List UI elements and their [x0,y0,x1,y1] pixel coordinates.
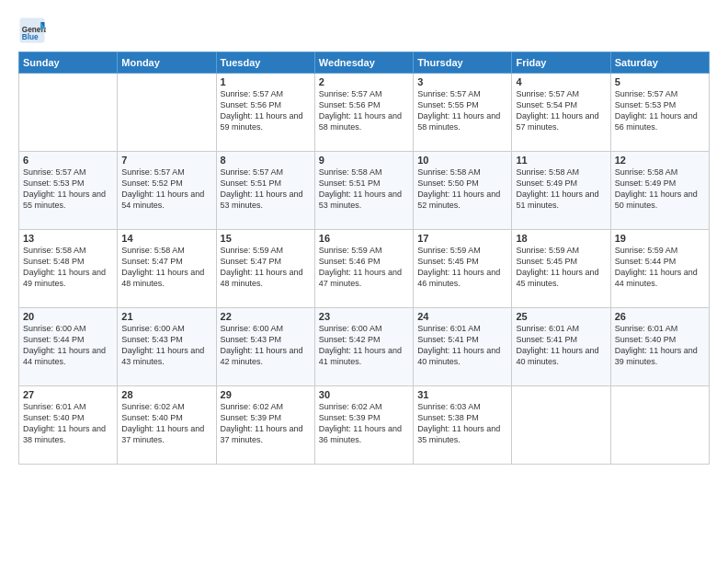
day-number: 20 [23,311,113,322]
cell-info: Sunrise: 6:01 AM Sunset: 5:40 PM Dayligh… [23,401,113,446]
day-number: 1 [221,76,311,87]
calendar-table: SundayMondayTuesdayWednesdayThursdayFrid… [18,52,710,465]
calendar-cell: 18Sunrise: 5:59 AM Sunset: 5:45 PM Dayli… [512,230,610,308]
day-number: 10 [417,155,507,166]
cell-info: Sunrise: 6:01 AM Sunset: 5:41 PM Dayligh… [417,323,507,368]
calendar-cell [19,74,118,152]
calendar-cell [610,386,709,465]
calendar-cell: 21Sunrise: 6:00 AM Sunset: 5:43 PM Dayli… [118,308,216,386]
calendar-cell: 23Sunrise: 6:00 AM Sunset: 5:42 PM Dayli… [314,308,413,386]
cell-info: Sunrise: 5:58 AM Sunset: 5:48 PM Dayligh… [23,245,113,290]
calendar-cell [512,386,610,465]
week-row-3: 13Sunrise: 5:58 AM Sunset: 5:48 PM Dayli… [19,230,710,308]
cell-info: Sunrise: 5:57 AM Sunset: 5:54 PM Dayligh… [516,88,606,133]
calendar-body: 1Sunrise: 5:57 AM Sunset: 5:56 PM Daylig… [19,74,710,465]
week-row-1: 1Sunrise: 5:57 AM Sunset: 5:56 PM Daylig… [19,74,710,152]
day-number: 14 [121,233,211,244]
day-number: 18 [516,233,606,244]
cell-info: Sunrise: 5:59 AM Sunset: 5:44 PM Dayligh… [615,245,705,290]
calendar-cell: 10Sunrise: 5:58 AM Sunset: 5:50 PM Dayli… [414,152,512,230]
cell-info: Sunrise: 6:01 AM Sunset: 5:41 PM Dayligh… [516,323,606,368]
calendar-cell: 24Sunrise: 6:01 AM Sunset: 5:41 PM Dayli… [414,308,512,386]
cell-info: Sunrise: 5:59 AM Sunset: 5:46 PM Dayligh… [319,245,409,290]
day-number: 7 [121,155,211,166]
day-number: 19 [615,233,705,244]
day-number: 17 [417,233,507,244]
cell-info: Sunrise: 6:00 AM Sunset: 5:44 PM Dayligh… [23,323,113,368]
day-number: 23 [319,311,409,322]
day-number: 22 [221,311,311,322]
calendar-cell: 25Sunrise: 6:01 AM Sunset: 5:41 PM Dayli… [512,308,610,386]
calendar-cell: 28Sunrise: 6:02 AM Sunset: 5:40 PM Dayli… [118,386,216,465]
calendar-cell: 26Sunrise: 6:01 AM Sunset: 5:40 PM Dayli… [610,308,709,386]
day-number: 2 [319,76,409,87]
day-number: 21 [121,311,211,322]
calendar-cell: 27Sunrise: 6:01 AM Sunset: 5:40 PM Dayli… [19,386,118,465]
calendar-cell: 3Sunrise: 5:57 AM Sunset: 5:55 PM Daylig… [414,74,512,152]
day-number: 13 [23,233,113,244]
cell-info: Sunrise: 6:00 AM Sunset: 5:43 PM Dayligh… [121,323,211,368]
week-row-2: 6Sunrise: 5:57 AM Sunset: 5:53 PM Daylig… [19,152,710,230]
calendar-cell: 1Sunrise: 5:57 AM Sunset: 5:56 PM Daylig… [216,74,314,152]
calendar-cell: 5Sunrise: 5:57 AM Sunset: 5:53 PM Daylig… [610,74,709,152]
calendar-cell: 31Sunrise: 6:03 AM Sunset: 5:38 PM Dayli… [414,386,512,465]
calendar-cell: 4Sunrise: 5:57 AM Sunset: 5:54 PM Daylig… [512,74,610,152]
logo-icon: General Blue [18,17,46,44]
svg-text:Blue: Blue [22,33,39,41]
cell-info: Sunrise: 5:58 AM Sunset: 5:49 PM Dayligh… [615,167,705,212]
calendar-cell [118,74,216,152]
page: General Blue SundayMondayTuesdayWednesda… [0,0,728,563]
day-number: 3 [417,76,507,87]
cell-info: Sunrise: 5:57 AM Sunset: 5:55 PM Dayligh… [417,88,507,133]
cell-info: Sunrise: 5:57 AM Sunset: 5:52 PM Dayligh… [121,167,211,212]
calendar-cell: 29Sunrise: 6:02 AM Sunset: 5:39 PM Dayli… [216,386,314,465]
weekday-header-saturday: Saturday [610,52,709,74]
calendar-cell: 9Sunrise: 5:58 AM Sunset: 5:51 PM Daylig… [314,152,413,230]
calendar-cell: 11Sunrise: 5:58 AM Sunset: 5:49 PM Dayli… [512,152,610,230]
cell-info: Sunrise: 5:59 AM Sunset: 5:45 PM Dayligh… [417,245,507,290]
day-number: 25 [516,311,606,322]
cell-info: Sunrise: 6:02 AM Sunset: 5:39 PM Dayligh… [221,401,311,446]
weekday-header-tuesday: Tuesday [216,52,314,74]
calendar-cell: 12Sunrise: 5:58 AM Sunset: 5:49 PM Dayli… [610,152,709,230]
day-number: 31 [417,389,507,400]
weekday-header-wednesday: Wednesday [314,52,413,74]
week-row-5: 27Sunrise: 6:01 AM Sunset: 5:40 PM Dayli… [19,386,710,465]
day-number: 12 [615,155,705,166]
cell-info: Sunrise: 6:00 AM Sunset: 5:42 PM Dayligh… [319,323,409,368]
calendar-cell: 30Sunrise: 6:02 AM Sunset: 5:39 PM Dayli… [314,386,413,465]
calendar-cell: 6Sunrise: 5:57 AM Sunset: 5:53 PM Daylig… [19,152,118,230]
weekday-header-thursday: Thursday [414,52,512,74]
cell-info: Sunrise: 6:02 AM Sunset: 5:40 PM Dayligh… [121,401,211,446]
header: General Blue [18,17,710,44]
logo: General Blue [18,17,48,44]
cell-info: Sunrise: 5:57 AM Sunset: 5:56 PM Dayligh… [319,88,409,133]
day-number: 24 [417,311,507,322]
day-number: 16 [319,233,409,244]
cell-info: Sunrise: 6:00 AM Sunset: 5:43 PM Dayligh… [221,323,311,368]
weekday-header-monday: Monday [118,52,216,74]
cell-info: Sunrise: 5:57 AM Sunset: 5:53 PM Dayligh… [23,167,113,212]
calendar-header: SundayMondayTuesdayWednesdayThursdayFrid… [19,52,710,74]
day-number: 4 [516,76,606,87]
day-number: 30 [319,389,409,400]
calendar-cell: 2Sunrise: 5:57 AM Sunset: 5:56 PM Daylig… [314,74,413,152]
cell-info: Sunrise: 5:58 AM Sunset: 5:51 PM Dayligh… [319,167,409,212]
calendar-cell: 14Sunrise: 5:58 AM Sunset: 5:47 PM Dayli… [118,230,216,308]
weekday-header-friday: Friday [512,52,610,74]
calendar-cell: 19Sunrise: 5:59 AM Sunset: 5:44 PM Dayli… [610,230,709,308]
calendar-cell: 7Sunrise: 5:57 AM Sunset: 5:52 PM Daylig… [118,152,216,230]
day-number: 11 [516,155,606,166]
day-number: 9 [319,155,409,166]
cell-info: Sunrise: 5:59 AM Sunset: 5:45 PM Dayligh… [516,245,606,290]
day-number: 6 [23,155,113,166]
calendar-cell: 17Sunrise: 5:59 AM Sunset: 5:45 PM Dayli… [414,230,512,308]
day-number: 15 [221,233,311,244]
day-number: 26 [615,311,705,322]
cell-info: Sunrise: 6:02 AM Sunset: 5:39 PM Dayligh… [319,401,409,446]
calendar-cell: 8Sunrise: 5:57 AM Sunset: 5:51 PM Daylig… [216,152,314,230]
cell-info: Sunrise: 5:57 AM Sunset: 5:51 PM Dayligh… [221,167,311,212]
calendar-cell: 22Sunrise: 6:00 AM Sunset: 5:43 PM Dayli… [216,308,314,386]
cell-info: Sunrise: 5:58 AM Sunset: 5:49 PM Dayligh… [516,167,606,212]
cell-info: Sunrise: 5:57 AM Sunset: 5:56 PM Dayligh… [221,88,311,133]
